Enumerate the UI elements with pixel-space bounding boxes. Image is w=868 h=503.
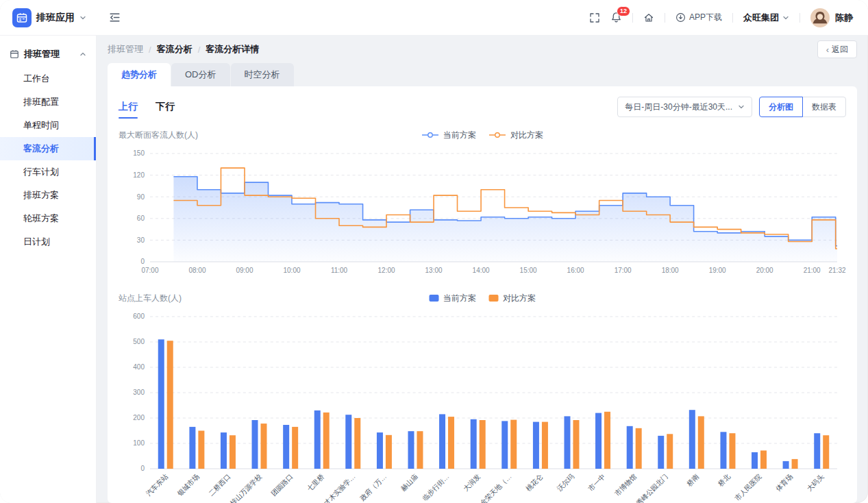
svg-text:0: 0	[140, 465, 145, 472]
app-download-link[interactable]: APP下载	[675, 12, 722, 23]
svg-text:七里桥: 七里桥	[306, 473, 325, 493]
breadcrumb-current: 客流分析详情	[206, 43, 259, 56]
svg-text:14:00: 14:00	[473, 267, 490, 274]
svg-text:600: 600	[133, 312, 145, 320]
sidebar-collapse-icon[interactable]	[109, 12, 121, 23]
direction-tab-row: 上行 下行 每日-周日-30分钟-最近30天... 分析图 数据表	[119, 96, 846, 118]
breadcrumb-row: 排班管理 / 客流分析 / 客流分析详情 ‹ 返回	[108, 36, 857, 63]
sidebar-item-scheduling-scheme[interactable]: 排班方案	[0, 184, 96, 207]
breadcrumb-item[interactable]: 排班管理	[108, 43, 143, 56]
svg-text:大润发: 大润发	[462, 473, 482, 493]
sidebar-item-trip-time[interactable]: 单程时间	[0, 114, 96, 137]
svg-text:20:00: 20:00	[756, 267, 773, 274]
svg-text:21:32: 21:32	[829, 267, 846, 274]
legend-item-comparison-plan[interactable]: 对比方案	[488, 293, 536, 304]
app-logo-icon	[12, 8, 32, 27]
tab-od-analysis[interactable]: OD分析	[171, 63, 230, 86]
sidebar-item-shift-scheme[interactable]: 轮班方案	[0, 207, 96, 230]
square-marker-icon	[429, 294, 439, 302]
line-chart: 030609012015007:0008:0009:0010:0011:0012…	[119, 147, 846, 281]
sidebar-item-driving-plan[interactable]: 行车计划	[0, 160, 96, 184]
bar-chart: 0100200300400500600汽车东站银城市场二桥西口梓山万源学校团圆路…	[119, 308, 846, 503]
analysis-chart-button[interactable]: 分析图	[759, 97, 803, 117]
svg-text:100: 100	[133, 439, 145, 447]
tab-spatiotemporal-analysis[interactable]: 时空分析	[231, 63, 294, 86]
svg-text:二桥西口: 二桥西口	[207, 473, 232, 498]
svg-text:90: 90	[137, 193, 145, 201]
data-table-button[interactable]: 数据表	[802, 97, 846, 117]
sidebar-group-scheduling[interactable]: 排班管理	[0, 41, 96, 67]
svg-text:17:00: 17:00	[615, 267, 632, 274]
svg-text:体育场: 体育场	[773, 473, 794, 493]
period-select[interactable]: 每日-周日-30分钟-最近30天...	[617, 97, 752, 117]
subtab-downbound[interactable]: 下行	[156, 98, 175, 116]
analysis-tabs: 趋势分析 OD分析 时空分析	[108, 63, 857, 86]
subtab-upbound[interactable]: 上行	[119, 98, 138, 116]
square-marker-icon	[488, 294, 499, 302]
svg-text:11:00: 11:00	[331, 267, 348, 274]
sidebar-item-daily-plan[interactable]: 日计划	[0, 230, 96, 254]
legend-item-comparison-plan[interactable]: 对比方案	[488, 130, 543, 141]
svg-text:60: 60	[137, 214, 145, 222]
topbar: 排班应用 12	[0, 0, 868, 36]
legend-item-current-plan[interactable]: 当前方案	[421, 130, 476, 141]
notification-bell-icon[interactable]: 12	[610, 12, 622, 23]
home-icon[interactable]	[643, 12, 654, 23]
sidebar-item-passenger-flow[interactable]: 客流分析	[0, 137, 96, 160]
sidebar-item-workbench[interactable]: 工作台	[0, 67, 96, 90]
line-marker-icon	[488, 131, 506, 139]
svg-text:银城市场: 银城市场	[176, 473, 201, 498]
svg-text:市一中: 市一中	[586, 473, 606, 493]
svg-text:30: 30	[137, 236, 145, 244]
svg-text:08:00: 08:00	[188, 267, 206, 274]
breadcrumb: 排班管理 / 客流分析 / 客流分析详情	[108, 43, 259, 56]
chevron-up-icon	[79, 51, 86, 58]
svg-text:400: 400	[133, 363, 145, 371]
sidebar-item-scheduling-config[interactable]: 排班配置	[0, 90, 96, 114]
svg-text:金荣天地（…: 金荣天地（…	[478, 473, 513, 503]
chevron-left-icon: ‹	[826, 45, 829, 55]
fullscreen-icon[interactable]	[589, 12, 600, 23]
back-button[interactable]: ‹ 返回	[817, 40, 857, 58]
app-brand[interactable]: 排班应用	[0, 8, 97, 27]
analysis-card: 上行 下行 每日-周日-30分钟-最近30天... 分析图 数据表	[108, 86, 857, 503]
svg-text:政府（万…: 政府（万…	[358, 473, 388, 502]
svg-text:07:00: 07:00	[141, 267, 158, 274]
line-marker-icon	[421, 131, 439, 139]
svg-text:桥北: 桥北	[716, 472, 732, 488]
bar-chart-header: 站点上车人数(人) 当前方案 对比方案	[119, 291, 846, 306]
tab-trend-analysis[interactable]: 趋势分析	[108, 63, 171, 86]
filter-controls: 每日-周日-30分钟-最近30天... 分析图 数据表	[617, 97, 846, 117]
svg-text:200: 200	[133, 414, 145, 421]
svg-text:桃花仑: 桃花仑	[524, 473, 544, 493]
svg-text:120: 120	[133, 171, 145, 179]
svg-text:才木实验学…: 才木实验学…	[323, 473, 357, 503]
divider	[665, 13, 665, 23]
svg-text:18:00: 18:00	[662, 267, 679, 274]
app-window: 排班应用 12	[0, 0, 868, 503]
divider	[732, 13, 733, 23]
svg-text:16:00: 16:00	[567, 267, 584, 274]
svg-text:桥南: 桥南	[685, 473, 701, 489]
divider	[632, 13, 633, 23]
svg-text:团圆路口: 团圆路口	[270, 473, 295, 498]
company-switcher[interactable]: 众旺集团	[743, 12, 789, 24]
legend-item-current-plan[interactable]: 当前方案	[429, 293, 476, 304]
svg-text:15:00: 15:00	[520, 267, 537, 274]
main-content: 排班管理 / 客流分析 / 客流分析详情 ‹ 返回 趋势分析 OD分析 时空分析	[97, 36, 868, 503]
svg-text:赫山庙: 赫山庙	[399, 473, 419, 493]
svg-text:09:00: 09:00	[236, 267, 253, 274]
breadcrumb-item[interactable]: 客流分析	[157, 43, 193, 56]
svg-text:沃尔玛: 沃尔玛	[555, 473, 575, 493]
chevron-down-icon	[79, 14, 86, 21]
svg-text:汽车东站: 汽车东站	[145, 473, 169, 498]
svg-text:0: 0	[140, 258, 145, 265]
svg-text:秀峰公园北门: 秀峰公园北门	[635, 473, 669, 503]
download-icon	[675, 12, 686, 23]
svg-text:梓山万源学校: 梓山万源学校	[229, 473, 263, 503]
user-menu[interactable]: 陈静	[810, 8, 853, 27]
svg-text:300: 300	[133, 389, 145, 396]
svg-text:21:00: 21:00	[804, 267, 821, 274]
svg-text:500: 500	[133, 338, 145, 345]
chevron-down-icon	[738, 103, 745, 110]
